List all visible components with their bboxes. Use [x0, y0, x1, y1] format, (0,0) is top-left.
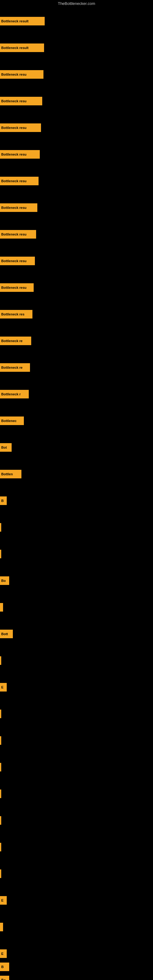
- site-title: TheBottlenecker.com: [0, 0, 153, 8]
- bottleneck-bar: [0, 763, 1, 772]
- bottleneck-bar: [0, 710, 1, 718]
- bottleneck-bar-label: Bottleneck r: [1, 392, 21, 396]
- bottleneck-bar-label: Bo: [1, 579, 6, 582]
- bottleneck-bar-label: Bottleneck result: [1, 19, 29, 23]
- bottleneck-bar: [0, 816, 1, 825]
- bottleneck-bar-label: Bottleneck resu: [1, 153, 27, 156]
- bottleneck-bar: Bottleneck resu: [0, 283, 33, 292]
- bottleneck-bar-label: E: [1, 952, 3, 956]
- bottleneck-bar: E: [0, 896, 7, 905]
- bottleneck-bar: Bottleneck resu: [0, 230, 36, 239]
- bottleneck-bar: Bottleneck re: [0, 363, 30, 372]
- bottleneck-bar: Bottlenec: [0, 417, 24, 425]
- bottleneck-bar: Bottleneck resu: [0, 177, 38, 185]
- bottleneck-bar-label: E: [1, 686, 3, 689]
- bottleneck-bar: B: [0, 496, 7, 505]
- bottleneck-bar: Bottleneck resu: [0, 257, 35, 265]
- bottleneck-bar-label: Bott: [1, 632, 8, 636]
- bottleneck-bar: [0, 550, 1, 558]
- bottleneck-bar-label: Bottleneck re: [1, 366, 22, 369]
- bottleneck-bar-label: Bottleneck resu: [1, 73, 27, 76]
- bottleneck-bar-label: Bottleneck result: [1, 46, 29, 49]
- bottleneck-bar-label: Bottleneck resu: [1, 99, 27, 103]
- bottleneck-bar-label: Bottleneck resu: [1, 126, 27, 130]
- bottleneck-bar: E: [0, 683, 7, 692]
- bottleneck-bar-label: Bottlenec: [1, 419, 16, 423]
- bottleneck-bar-label: Bottleneck resu: [1, 206, 27, 210]
- bottleneck-bar-label: Bottleneck resu: [1, 259, 27, 263]
- bottleneck-bar-label: B: [1, 965, 4, 969]
- bottleneck-bar: E: [0, 950, 7, 958]
- bottleneck-bar: Bo: [0, 976, 9, 980]
- bottleneck-bar: Bottleneck resu: [0, 97, 42, 105]
- bottleneck-bar: Bottleneck re: [0, 337, 31, 345]
- bottleneck-bar: B: [0, 963, 9, 971]
- bottleneck-bar-label: Bottleneck resu: [1, 179, 27, 183]
- bottleneck-bar: Bottlen: [0, 470, 21, 478]
- bottleneck-bar: Bottleneck resu: [0, 70, 43, 79]
- bottleneck-bar: Bottleneck result: [0, 17, 45, 25]
- bottleneck-bar-label: Bottleneck resu: [1, 286, 27, 290]
- bottleneck-bar-label: Bottleneck re: [1, 339, 22, 343]
- bottleneck-bar: Bottleneck r: [0, 390, 29, 398]
- bottleneck-bar: Bo: [0, 576, 9, 585]
- bottleneck-bar: [0, 789, 1, 798]
- bottleneck-bar-label: Bot: [1, 445, 7, 449]
- bottleneck-bar: Bottleneck resu: [0, 123, 41, 132]
- bottleneck-bar: Bottleneck res: [0, 310, 32, 318]
- bottleneck-bar: [0, 736, 1, 745]
- bottleneck-bar: Bottleneck resu: [0, 150, 40, 159]
- bottleneck-bar: [0, 923, 3, 931]
- bottleneck-bar: Bot: [0, 443, 12, 452]
- bottleneck-bar: [0, 843, 1, 851]
- bottleneck-bar: Bottleneck resu: [0, 204, 37, 212]
- bottleneck-bar: [0, 523, 1, 531]
- bottleneck-bar-label: E: [1, 899, 3, 902]
- bottleneck-bar: Bottleneck result: [0, 43, 44, 52]
- bottleneck-bar-label: Bottlen: [1, 472, 13, 476]
- bottleneck-bar-label: Bottleneck res: [1, 312, 24, 316]
- bottleneck-bar-label: Bo: [1, 978, 6, 980]
- bottleneck-bar: Bott: [0, 630, 13, 638]
- bottleneck-bar: [0, 603, 3, 612]
- bottleneck-bar-label: B: [1, 499, 4, 503]
- bottleneck-bar: [0, 656, 1, 665]
- bottleneck-bar: [0, 869, 1, 878]
- bottleneck-bar-label: Bottleneck resu: [1, 232, 27, 236]
